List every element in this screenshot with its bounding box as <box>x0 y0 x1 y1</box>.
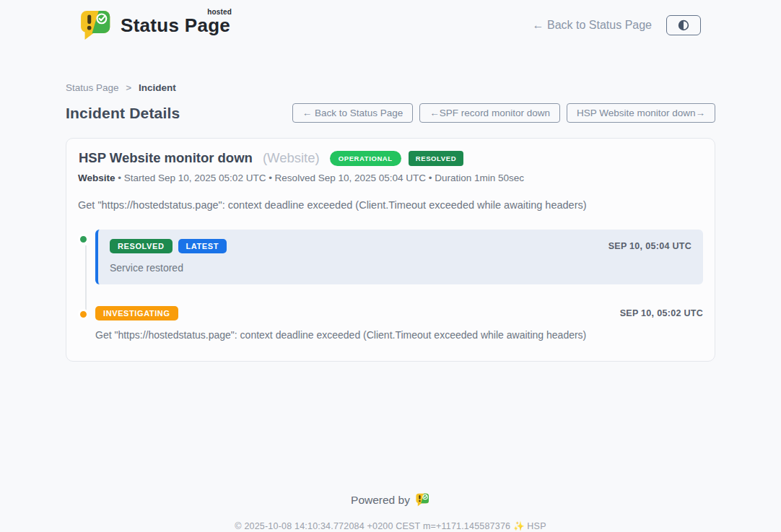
page-title: Incident Details <box>66 105 180 122</box>
timeline-investigating-badge: INVESTIGATING <box>95 306 178 320</box>
header: Status Page hosted ← Back to Status Page <box>0 0 781 40</box>
incident-meta-details: • Started Sep 10, 2025 05:02 UTC • Resol… <box>118 173 524 183</box>
operational-badge: OPERATIONAL <box>330 151 401 166</box>
footer: Powered by © 2025-10-08 14:10:34.772084 … <box>0 493 781 532</box>
copyright-text: © 2025-10-08 14:10:34.772084 +0200 CEST … <box>0 520 781 532</box>
timeline-latest-badge: LATEST <box>178 239 227 253</box>
brand-name: Status Page hosted <box>121 14 230 37</box>
timeline-timestamp: SEP 10, 05:02 UTC <box>620 308 703 318</box>
header-back-link[interactable]: ← Back to Status Page <box>533 19 652 32</box>
breadcrumb-incident: Incident <box>139 82 176 93</box>
breadcrumb-status-page[interactable]: Status Page <box>66 82 119 93</box>
incident-card: HSP Website monitor down (Website) OPERA… <box>66 138 715 362</box>
timeline-dot-investigating <box>78 309 89 320</box>
timeline-resolved-badge: RESOLVED <box>110 239 173 253</box>
theme-toggle-button[interactable] <box>666 15 701 35</box>
incident-description: Get "https://hostedstatus.page": context… <box>78 199 703 211</box>
powered-by-label: Powered by <box>351 494 410 507</box>
brand-superscript: hosted <box>207 8 232 16</box>
prev-incident-button[interactable]: ←SPF record monitor down <box>419 103 560 123</box>
incident-component-label: (Website) <box>263 150 320 166</box>
footer-logo-icon[interactable] <box>416 493 430 507</box>
timeline-dot-resolved <box>78 234 89 245</box>
timeline-message: Service restored <box>110 262 691 274</box>
incident-nav-buttons: ← Back to Status Page ←SPF record monito… <box>292 103 715 123</box>
timeline-entry-resolved: RESOLVED LATEST SEP 10, 05:04 UTC Servic… <box>78 230 703 284</box>
half-circle-icon <box>678 19 689 31</box>
incident-meta: Website • Started Sep 10, 2025 05:02 UTC… <box>78 173 703 183</box>
brand[interactable]: Status Page hosted <box>80 10 230 40</box>
timeline-entry-investigating: INVESTIGATING SEP 10, 05:02 UTC Get "htt… <box>78 305 703 341</box>
incident-title: HSP Website monitor down <box>79 150 253 166</box>
resolved-badge: RESOLVED <box>409 151 463 166</box>
next-incident-button[interactable]: HSP Website monitor down→ <box>567 103 715 123</box>
timeline-message: Get "https://hostedstatus.page": context… <box>95 329 703 341</box>
incident-meta-component: Website <box>78 173 115 183</box>
back-to-status-page-button[interactable]: ← Back to Status Page <box>292 103 414 123</box>
incident-timeline: RESOLVED LATEST SEP 10, 05:04 UTC Servic… <box>78 230 703 341</box>
brand-logo-icon <box>80 10 113 40</box>
breadcrumb-separator: > <box>126 82 131 93</box>
breadcrumb: Status Page > Incident <box>66 82 715 93</box>
timeline-timestamp: SEP 10, 05:04 UTC <box>608 241 691 251</box>
